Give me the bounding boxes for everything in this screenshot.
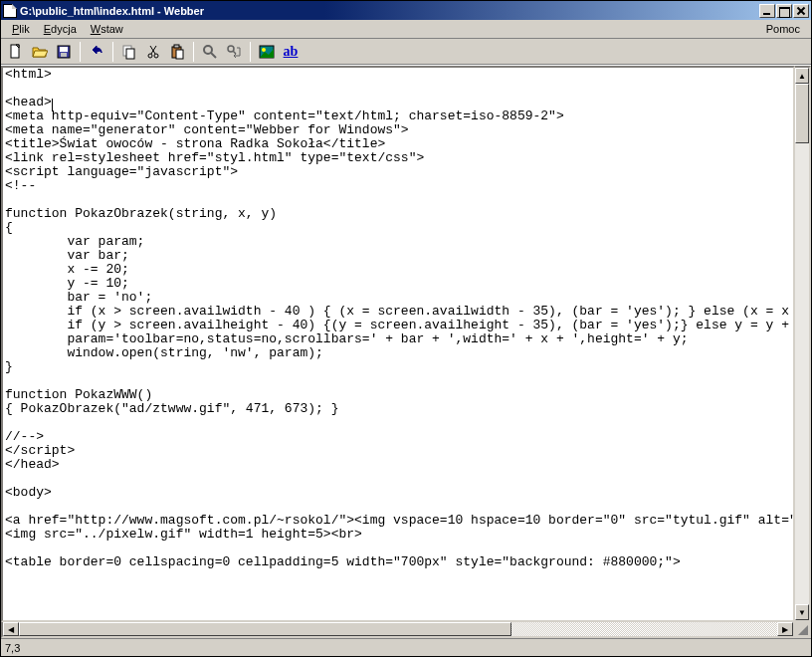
svg-point-7 (154, 54, 158, 58)
svg-point-16 (262, 48, 266, 52)
find-replace-icon (226, 44, 242, 60)
toolbar: ab (1, 39, 811, 65)
toolbar-separator (80, 42, 81, 62)
horizontal-scroll-track[interactable] (19, 622, 777, 636)
toolbar-separator (193, 42, 194, 62)
save-button[interactable] (53, 41, 75, 63)
menu-insert[interactable]: Wstaw (84, 21, 130, 37)
status-bar: 7,3 (1, 638, 811, 656)
scroll-down-button[interactable]: ▼ (795, 604, 809, 620)
image-icon (259, 44, 275, 60)
open-folder-icon (32, 44, 48, 60)
insert-link-button[interactable]: ab (280, 41, 302, 63)
paste-button[interactable] (166, 41, 188, 63)
svg-point-11 (204, 46, 212, 54)
scroll-up-button[interactable]: ▲ (795, 68, 809, 84)
window-title: G:\public_html\index.html - Webber (20, 5, 758, 17)
save-icon (56, 44, 72, 60)
new-file-icon (8, 44, 24, 60)
vertical-scroll-thumb[interactable] (795, 84, 809, 143)
svg-rect-10 (176, 50, 183, 59)
link-ab-icon: ab (284, 44, 299, 60)
vertical-scrollbar[interactable]: ▲ ▼ (795, 66, 811, 622)
minimize-button[interactable] (759, 4, 775, 18)
menu-bar: Plik Edycja Wstaw Pomoc (1, 20, 811, 39)
cut-icon (145, 44, 161, 60)
paste-icon (169, 44, 185, 60)
svg-line-12 (211, 53, 216, 58)
code-editor[interactable]: <html> <head> <meta http-equiv="Content-… (1, 66, 795, 622)
toolbar-separator (112, 42, 113, 62)
document-icon (3, 4, 17, 18)
new-file-button[interactable] (5, 41, 27, 63)
svg-rect-2 (60, 47, 68, 52)
maximize-button[interactable] (776, 4, 792, 18)
menu-edit[interactable]: Edycja (37, 21, 84, 37)
svg-rect-5 (126, 49, 134, 59)
vertical-scroll-track[interactable] (795, 84, 809, 604)
resize-grip[interactable] (795, 622, 811, 638)
copy-button[interactable] (118, 41, 140, 63)
scroll-left-button[interactable]: ◀ (3, 622, 19, 636)
svg-line-14 (233, 51, 236, 54)
toolbar-separator (250, 42, 251, 62)
text-caret (52, 99, 53, 111)
find-replace-button[interactable] (223, 41, 245, 63)
undo-icon (89, 44, 104, 60)
app-window: G:\public_html\index.html - Webber Plik … (0, 0, 812, 657)
editor-content-after: <meta http-equiv="Content-Type" content=… (5, 109, 795, 569)
horizontal-scroll-thumb[interactable] (19, 622, 511, 636)
menu-file[interactable]: Plik (5, 21, 37, 37)
undo-button[interactable] (86, 41, 107, 63)
copy-icon (121, 44, 137, 60)
editor-content-before: <html> <head> (5, 67, 52, 110)
search-icon (202, 44, 218, 60)
find-button[interactable] (199, 41, 221, 63)
horizontal-scrollbar[interactable]: ◀ ▶ (1, 622, 795, 638)
cut-button[interactable] (142, 41, 164, 63)
open-file-button[interactable] (29, 41, 51, 63)
svg-point-6 (148, 54, 152, 58)
svg-rect-9 (174, 45, 179, 48)
svg-rect-3 (61, 53, 67, 57)
menu-help[interactable]: Pomoc (759, 21, 807, 37)
scroll-right-button[interactable]: ▶ (777, 622, 793, 636)
insert-image-button[interactable] (256, 41, 278, 63)
title-bar[interactable]: G:\public_html\index.html - Webber (1, 1, 811, 20)
editor-area: <html> <head> <meta http-equiv="Content-… (1, 65, 811, 638)
close-button[interactable] (793, 4, 809, 18)
cursor-position: 7,3 (5, 642, 20, 654)
